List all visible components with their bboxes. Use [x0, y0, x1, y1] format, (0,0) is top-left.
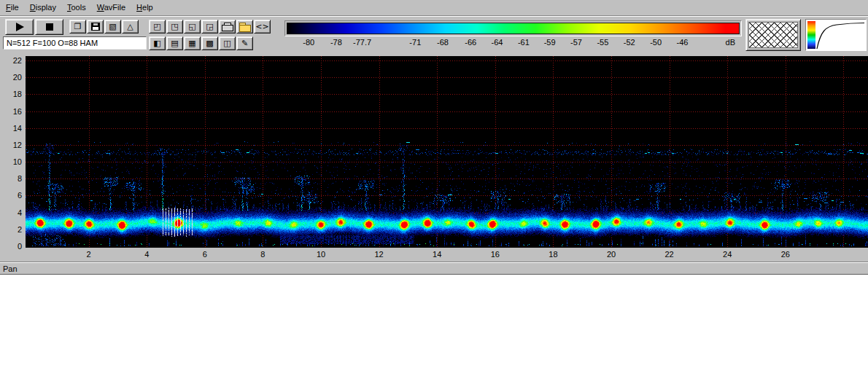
colorbar-tick-label: -78	[330, 38, 342, 47]
x-tick-label: 8	[253, 250, 272, 259]
window-layout-3-button[interactable]: ◱	[184, 20, 201, 34]
colorbar-tick-label: -57	[570, 38, 582, 47]
x-tick-label: 22	[660, 250, 679, 259]
cascade-windows-button[interactable]: ❐	[69, 20, 86, 34]
print-button[interactable]	[219, 20, 236, 34]
menu-item-display[interactable]: Display	[26, 2, 61, 12]
y-tick-label: 8	[4, 174, 22, 183]
x-tick-label: 2	[80, 250, 98, 259]
y-tick-label: 10	[4, 157, 22, 166]
window-layout-1-icon: ◰	[153, 23, 160, 31]
grid-layout-4-icon: ▩	[206, 39, 213, 47]
colorbar-tick-label: -80	[303, 38, 314, 47]
colorbar-tick-label: -64	[492, 38, 503, 47]
colorbar-tick-label: -46	[677, 38, 689, 47]
colorbar-tick-label: -59	[544, 38, 556, 47]
grid-layout-2-button[interactable]: ▤	[166, 36, 183, 50]
y-tick-label: 4	[4, 208, 22, 217]
menu-item-wavfile[interactable]: WavFile	[93, 2, 130, 12]
window-layout-3-icon: ◱	[188, 23, 195, 31]
y-tick-label: 18	[4, 90, 22, 98]
x-tick-label: 4	[137, 250, 156, 259]
y-tick-label: 2	[4, 225, 22, 234]
x-tick-label: 20	[602, 250, 621, 259]
y-tick-label: 16	[4, 107, 22, 116]
display-options-button[interactable]: ▧	[104, 20, 121, 34]
scroll-horizontal-button[interactable]: <>	[254, 20, 271, 34]
window-layout-4-icon: ◲	[206, 23, 213, 31]
toolbar-group-c: ◧▤▦▩◫✎	[149, 36, 253, 50]
stop-icon	[46, 23, 53, 31]
fft-settings-field: N=512 F=100 O=88 HAM	[3, 36, 147, 50]
x-tick-label: 6	[195, 250, 214, 259]
window-layout-2-button[interactable]: ◳	[166, 20, 183, 34]
window-layout-1-button[interactable]: ◰	[149, 20, 166, 34]
colorbar-tick-label: -77.7	[353, 38, 371, 47]
cascade-windows-icon: ❐	[74, 23, 82, 31]
play-icon	[16, 23, 24, 31]
x-tick-label: 18	[543, 250, 562, 259]
colorbar-unit-label: dB	[726, 38, 735, 47]
y-tick-label: 22	[4, 56, 22, 65]
y-tick-label: 20	[4, 73, 22, 82]
colorbar-tick-label: -68	[437, 38, 449, 47]
x-tick-label: 12	[370, 250, 389, 259]
menu-bar: File Display Tools WavFile Help	[0, 0, 868, 16]
colorbar-panel	[284, 20, 742, 36]
annotate-icon: ✎	[241, 39, 248, 47]
scroll-horizontal-icon: <>	[255, 23, 268, 31]
save-button[interactable]	[87, 20, 104, 34]
colorbar-tick-label: -71	[409, 38, 421, 47]
palette-strip-icon	[807, 21, 815, 49]
grid-layout-1-icon: ◧	[153, 39, 160, 47]
colorbar-gradient	[287, 23, 740, 34]
colorbar-tick-label: -50	[650, 38, 662, 47]
y-tick-label: 0	[4, 242, 22, 251]
annotate-button[interactable]: ✎	[236, 36, 253, 50]
window-layout-4-button[interactable]: ◲	[201, 20, 218, 34]
display-options-icon: ▧	[109, 23, 116, 31]
grid-layout-1-button[interactable]: ◧	[149, 36, 166, 50]
transfer-curve-icon	[816, 21, 866, 50]
grid-layout-5-icon: ◫	[223, 39, 230, 47]
stop-button[interactable]	[35, 19, 63, 35]
grid-layout-5-button[interactable]: ◫	[219, 36, 236, 50]
status-text: Pan	[3, 264, 18, 273]
save-icon	[91, 23, 100, 31]
grid-layout-2-icon: ▤	[171, 39, 178, 47]
transfer-curve-panel	[805, 19, 867, 51]
spectrogram-canvas[interactable]	[26, 56, 868, 248]
colorbar-labels: -80-78-77.7-71-68-66-64-61-59-57-55-52-5…	[284, 38, 742, 47]
toolbar-group-b: ◰◳◱◲<>	[149, 20, 271, 34]
y-tick-label: 14	[4, 124, 22, 133]
status-bar: Pan	[0, 262, 868, 275]
x-tick-label: 26	[776, 250, 795, 259]
colorbar-tick-label: -66	[465, 38, 476, 47]
crosshatch-pattern-icon	[748, 22, 798, 48]
y-tick-label: 6	[4, 191, 22, 200]
y-tick-label: 12	[4, 141, 22, 149]
peak-hold-icon: △	[127, 23, 133, 31]
grid-layout-4-button[interactable]: ▩	[201, 36, 218, 50]
grid-layout-3-button[interactable]: ▦	[184, 36, 201, 50]
menu-item-file[interactable]: File	[1, 2, 23, 12]
open-file-icon	[239, 23, 250, 31]
window-layout-2-icon: ◳	[171, 23, 178, 31]
colorbar-tick-label: -52	[624, 38, 635, 47]
open-file-button[interactable]	[236, 20, 253, 34]
x-tick-label: 16	[486, 250, 505, 259]
palette-pattern-button[interactable]	[745, 19, 801, 51]
spectrogram-app-window: File Display Tools WavFile Help ❐▧△ ◰◳◱◲…	[0, 0, 868, 275]
x-tick-label: 10	[311, 250, 330, 259]
x-tick-label: 24	[718, 250, 737, 259]
menu-item-tools[interactable]: Tools	[63, 2, 90, 12]
toolbar-group-a: ❐▧△	[69, 20, 139, 34]
peak-hold-button[interactable]: △	[122, 20, 139, 34]
print-icon	[222, 23, 233, 31]
play-button[interactable]	[5, 19, 34, 35]
x-tick-label: 14	[427, 250, 446, 259]
grid-layout-3-icon: ▦	[188, 39, 195, 47]
menu-item-help[interactable]: Help	[132, 2, 158, 12]
colorbar-tick-label: -61	[518, 38, 530, 47]
colorbar-tick-label: -55	[597, 38, 608, 47]
